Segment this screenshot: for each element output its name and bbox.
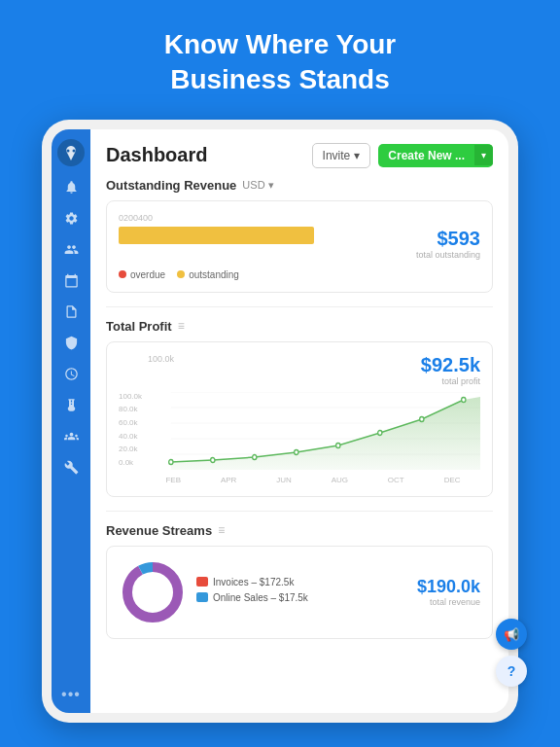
- fab-container: 📢 ?: [496, 619, 527, 687]
- profit-chart: [119, 392, 480, 470]
- profit-card: 100.0k $92.5k total profit 100.0k 80.0k …: [106, 341, 493, 497]
- y-label-100k: 100.0k: [148, 354, 174, 364]
- user-avatar[interactable]: [57, 139, 85, 166]
- invoices-icon: [196, 577, 208, 587]
- divider-2: [106, 511, 493, 512]
- online-sales-item: Online Sales – $17.5k: [196, 592, 407, 603]
- filter2-icon[interactable]: ≡: [218, 523, 225, 537]
- outstanding-legend: outstanding: [177, 269, 239, 280]
- svg-point-9: [211, 457, 215, 462]
- bar-scale: 0 200 400: [119, 213, 480, 227]
- profit-amount: $92.5k total profit: [421, 354, 480, 386]
- outstanding-revenue-header: Outstanding Revenue USD ▾: [106, 178, 493, 193]
- revenue-label: total outstanding: [416, 250, 480, 260]
- create-new-button[interactable]: Create New ... ▾: [378, 144, 493, 167]
- svg-point-2: [73, 149, 76, 152]
- bar-fill: [119, 227, 314, 244]
- revenue-streams-section: Revenue Streams ≡ Invoices – $172.5k: [90, 523, 508, 653]
- calendar-icon[interactable]: [57, 267, 85, 295]
- svg-point-11: [295, 449, 298, 454]
- streams-value: $190.0k: [417, 577, 480, 597]
- filter-icon[interactable]: ≡: [178, 319, 185, 333]
- bell-icon[interactable]: [57, 174, 85, 201]
- sidebar: •••: [52, 129, 90, 713]
- svg-point-8: [169, 459, 173, 464]
- revenue-streams-header: Revenue Streams ≡: [106, 523, 493, 538]
- currency-selector[interactable]: USD ▾: [242, 179, 273, 192]
- chart-wrapper: 100.0k 80.0k 60.0k 40.0k 20.0k 0.0k: [119, 392, 480, 484]
- group-icon[interactable]: [57, 423, 85, 450]
- outstanding-dot: [177, 270, 185, 278]
- outstanding-revenue-section: Outstanding Revenue USD ▾ 0 200 400: [90, 178, 508, 306]
- main-content: Dashboard Invite ▾ Create New ... ▾ Outs…: [90, 129, 508, 713]
- people-icon[interactable]: [57, 236, 85, 264]
- headline: Know Where Your Business Stands: [164, 27, 397, 98]
- streams-legend: Invoices – $172.5k Online Sales – $17.5k: [196, 577, 407, 608]
- donut-chart: [119, 558, 187, 626]
- announcement-fab[interactable]: 📢: [496, 619, 527, 650]
- svg-point-15: [462, 397, 466, 402]
- svg-point-13: [378, 430, 382, 435]
- total-profit-section: Total Profit ≡ 100.0k $92.5k total profi…: [90, 319, 508, 511]
- svg-point-14: [420, 416, 424, 421]
- help-fab[interactable]: ?: [496, 656, 527, 687]
- profit-label: total profit: [421, 376, 480, 386]
- svg-point-12: [336, 443, 340, 447]
- svg-point-10: [253, 454, 257, 459]
- bar-container: [119, 227, 406, 262]
- overdue-legend: overdue: [119, 269, 165, 280]
- divider-1: [106, 306, 493, 307]
- overdue-dot: [119, 270, 126, 278]
- invite-button[interactable]: Invite ▾: [312, 143, 371, 168]
- streams-total: $190.0k total revenue: [417, 577, 480, 607]
- bar-chart: $593 total outstanding: [119, 227, 480, 262]
- invoices-item: Invoices – $172.5k: [196, 577, 407, 587]
- streams-card: Invoices – $172.5k Online Sales – $17.5k…: [106, 546, 493, 639]
- document-icon[interactable]: [57, 299, 85, 326]
- y-axis: 100.0k 80.0k 60.0k 40.0k 20.0k 0.0k: [119, 392, 142, 467]
- svg-point-1: [67, 149, 70, 152]
- profit-value: $92.5k: [421, 354, 480, 376]
- shield-icon[interactable]: [57, 330, 85, 357]
- tablet-frame: ••• Dashboard Invite ▾ Create New ... ▾ …: [42, 120, 518, 723]
- revenue-legend: overdue outstanding: [119, 269, 480, 280]
- settings2-icon[interactable]: [57, 454, 85, 481]
- profit-card-header: 100.0k $92.5k total profit: [119, 354, 480, 386]
- online-sales-icon: [196, 592, 208, 602]
- gear-icon[interactable]: [57, 205, 85, 232]
- total-profit-header: Total Profit ≡: [106, 319, 493, 334]
- clock-icon[interactable]: [57, 361, 85, 388]
- revenue-streams-title: Revenue Streams: [106, 523, 212, 538]
- revenue-value: $593: [416, 228, 480, 250]
- sidebar-more[interactable]: •••: [61, 686, 81, 703]
- svg-point-18: [133, 573, 172, 612]
- revenue-amount: $593 total outstanding: [416, 228, 480, 260]
- chevron-down-icon: ▾: [354, 149, 360, 162]
- topbar: Dashboard Invite ▾ Create New ... ▾: [90, 129, 508, 178]
- flask-icon[interactable]: [57, 392, 85, 419]
- streams-label: total revenue: [417, 597, 480, 607]
- revenue-card: 0 200 400 $593 total outstanding: [106, 200, 493, 293]
- outstanding-revenue-title: Outstanding Revenue: [106, 178, 236, 193]
- create-new-chevron-icon[interactable]: ▾: [474, 145, 493, 165]
- page-title: Dashboard: [106, 144, 304, 166]
- x-axis: FEB APR JUN AUG OCT DEC: [119, 476, 480, 484]
- total-profit-title: Total Profit: [106, 319, 172, 334]
